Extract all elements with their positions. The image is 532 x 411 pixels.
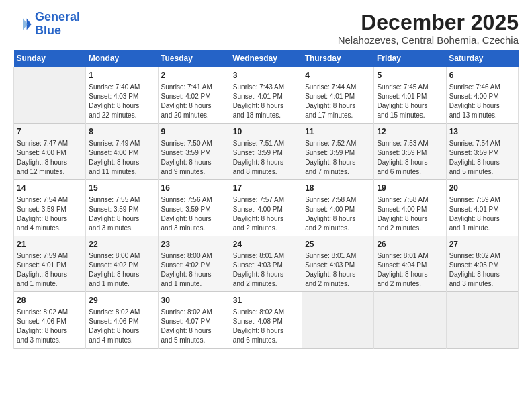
calendar-cell: 14Sunrise: 7:54 AM Sunset: 3:59 PM Dayli… bbox=[14, 179, 86, 236]
day-info: Sunrise: 7:54 AM Sunset: 3:59 PM Dayligh… bbox=[449, 139, 515, 177]
calendar-cell: 15Sunrise: 7:55 AM Sunset: 3:59 PM Dayli… bbox=[86, 179, 158, 236]
logo-text: General Blue bbox=[35, 11, 80, 38]
header-thursday: Thursday bbox=[302, 50, 374, 67]
day-info: Sunrise: 8:00 AM Sunset: 4:02 PM Dayligh… bbox=[89, 251, 154, 289]
day-number: 17 bbox=[233, 183, 299, 194]
day-info: Sunrise: 8:02 AM Sunset: 4:07 PM Dayligh… bbox=[161, 308, 227, 345]
day-number: 6 bbox=[449, 70, 515, 81]
calendar-cell: 31Sunrise: 8:02 AM Sunset: 4:08 PM Dayli… bbox=[230, 292, 302, 349]
calendar-cell: 26Sunrise: 8:01 AM Sunset: 4:04 PM Dayli… bbox=[374, 236, 446, 292]
day-number: 10 bbox=[233, 126, 299, 138]
day-info: Sunrise: 7:58 AM Sunset: 4:00 PM Dayligh… bbox=[377, 195, 443, 233]
day-number: 9 bbox=[161, 126, 227, 138]
calendar-cell: 23Sunrise: 8:00 AM Sunset: 4:02 PM Dayli… bbox=[158, 236, 230, 292]
day-info: Sunrise: 8:02 AM Sunset: 4:06 PM Dayligh… bbox=[89, 308, 154, 345]
title-block: December 2025 Nelahozeves, Central Bohem… bbox=[338, 11, 519, 46]
day-number: 4 bbox=[305, 70, 371, 81]
calendar-cell: 11Sunrise: 7:52 AM Sunset: 3:59 PM Dayli… bbox=[302, 123, 374, 179]
calendar-cell: 20Sunrise: 7:59 AM Sunset: 4:01 PM Dayli… bbox=[446, 179, 518, 236]
day-number: 21 bbox=[17, 239, 83, 250]
day-info: Sunrise: 8:01 AM Sunset: 4:03 PM Dayligh… bbox=[305, 251, 371, 289]
logo-line2: Blue bbox=[35, 24, 61, 37]
day-number: 26 bbox=[377, 239, 443, 250]
day-info: Sunrise: 7:50 AM Sunset: 3:59 PM Dayligh… bbox=[161, 139, 227, 177]
day-number: 18 bbox=[305, 183, 371, 194]
day-number: 22 bbox=[89, 239, 154, 250]
header-tuesday: Tuesday bbox=[158, 50, 230, 67]
day-info: Sunrise: 7:54 AM Sunset: 3:59 PM Dayligh… bbox=[17, 195, 83, 233]
day-info: Sunrise: 7:44 AM Sunset: 4:01 PM Dayligh… bbox=[305, 83, 371, 120]
day-info: Sunrise: 7:57 AM Sunset: 4:00 PM Dayligh… bbox=[233, 195, 299, 233]
calendar-cell bbox=[302, 292, 374, 349]
day-info: Sunrise: 7:52 AM Sunset: 3:59 PM Dayligh… bbox=[305, 139, 371, 177]
day-number: 28 bbox=[17, 295, 83, 306]
logo-icon bbox=[13, 15, 32, 34]
calendar-cell: 25Sunrise: 8:01 AM Sunset: 4:03 PM Dayli… bbox=[302, 236, 374, 292]
day-info: Sunrise: 8:02 AM Sunset: 4:08 PM Dayligh… bbox=[233, 308, 299, 345]
calendar-cell: 30Sunrise: 8:02 AM Sunset: 4:07 PM Dayli… bbox=[158, 292, 230, 349]
calendar-cell bbox=[374, 292, 446, 349]
calendar-cell: 16Sunrise: 7:56 AM Sunset: 3:59 PM Dayli… bbox=[158, 179, 230, 236]
day-info: Sunrise: 7:59 AM Sunset: 4:01 PM Dayligh… bbox=[449, 195, 515, 233]
calendar-cell: 4Sunrise: 7:44 AM Sunset: 4:01 PM Daylig… bbox=[302, 67, 374, 123]
header-wednesday: Wednesday bbox=[230, 50, 302, 67]
calendar-header-row: SundayMondayTuesdayWednesdayThursdayFrid… bbox=[14, 50, 519, 67]
day-number: 19 bbox=[377, 183, 443, 194]
calendar-cell: 24Sunrise: 8:01 AM Sunset: 4:03 PM Dayli… bbox=[230, 236, 302, 292]
day-number: 8 bbox=[89, 126, 154, 138]
day-number: 3 bbox=[233, 70, 299, 81]
calendar-cell: 10Sunrise: 7:51 AM Sunset: 3:59 PM Dayli… bbox=[230, 123, 302, 179]
calendar-cell: 28Sunrise: 8:02 AM Sunset: 4:06 PM Dayli… bbox=[14, 292, 86, 349]
page-header: General Blue December 2025 Nelahozeves, … bbox=[13, 11, 519, 46]
header-friday: Friday bbox=[374, 50, 446, 67]
calendar-cell: 22Sunrise: 8:00 AM Sunset: 4:02 PM Dayli… bbox=[86, 236, 158, 292]
logo: General Blue bbox=[13, 11, 80, 38]
day-info: Sunrise: 7:45 AM Sunset: 4:01 PM Dayligh… bbox=[377, 83, 443, 120]
logo-line1: General bbox=[35, 10, 80, 24]
day-number: 31 bbox=[233, 295, 299, 306]
day-number: 24 bbox=[233, 239, 299, 250]
day-info: Sunrise: 7:53 AM Sunset: 3:59 PM Dayligh… bbox=[377, 139, 443, 177]
day-number: 16 bbox=[161, 183, 227, 194]
day-number: 15 bbox=[89, 183, 154, 194]
calendar-cell: 27Sunrise: 8:02 AM Sunset: 4:05 PM Dayli… bbox=[446, 236, 518, 292]
calendar-cell: 13Sunrise: 7:54 AM Sunset: 3:59 PM Dayli… bbox=[446, 123, 518, 179]
page-subtitle: Nelahozeves, Central Bohemia, Czechia bbox=[338, 34, 519, 46]
calendar-cell: 5Sunrise: 7:45 AM Sunset: 4:01 PM Daylig… bbox=[374, 67, 446, 123]
day-number: 23 bbox=[161, 239, 227, 250]
day-info: Sunrise: 8:02 AM Sunset: 4:06 PM Dayligh… bbox=[17, 308, 83, 345]
day-info: Sunrise: 8:02 AM Sunset: 4:05 PM Dayligh… bbox=[449, 251, 515, 289]
calendar-cell: 8Sunrise: 7:49 AM Sunset: 4:00 PM Daylig… bbox=[86, 123, 158, 179]
day-number: 12 bbox=[377, 126, 443, 138]
day-info: Sunrise: 8:00 AM Sunset: 4:02 PM Dayligh… bbox=[161, 251, 227, 289]
calendar-week-row: 7Sunrise: 7:47 AM Sunset: 4:00 PM Daylig… bbox=[14, 123, 519, 179]
day-number: 7 bbox=[17, 126, 83, 138]
day-info: Sunrise: 7:40 AM Sunset: 4:03 PM Dayligh… bbox=[89, 83, 154, 120]
day-number: 25 bbox=[305, 239, 371, 250]
calendar-cell: 2Sunrise: 7:41 AM Sunset: 4:02 PM Daylig… bbox=[158, 67, 230, 123]
day-number: 29 bbox=[89, 295, 154, 306]
day-number: 2 bbox=[161, 70, 227, 81]
header-saturday: Saturday bbox=[446, 50, 518, 67]
day-info: Sunrise: 7:58 AM Sunset: 4:00 PM Dayligh… bbox=[305, 195, 371, 233]
calendar-week-row: 28Sunrise: 8:02 AM Sunset: 4:06 PM Dayli… bbox=[14, 292, 519, 349]
calendar-cell: 18Sunrise: 7:58 AM Sunset: 4:00 PM Dayli… bbox=[302, 179, 374, 236]
calendar-week-row: 1Sunrise: 7:40 AM Sunset: 4:03 PM Daylig… bbox=[14, 67, 519, 123]
calendar-cell bbox=[446, 292, 518, 349]
day-info: Sunrise: 7:41 AM Sunset: 4:02 PM Dayligh… bbox=[161, 83, 227, 120]
day-info: Sunrise: 7:47 AM Sunset: 4:00 PM Dayligh… bbox=[17, 139, 83, 177]
calendar-cell: 21Sunrise: 7:59 AM Sunset: 4:01 PM Dayli… bbox=[14, 236, 86, 292]
day-number: 20 bbox=[449, 183, 515, 194]
day-info: Sunrise: 7:43 AM Sunset: 4:01 PM Dayligh… bbox=[233, 83, 299, 120]
day-info: Sunrise: 7:51 AM Sunset: 3:59 PM Dayligh… bbox=[233, 139, 299, 177]
calendar-cell: 17Sunrise: 7:57 AM Sunset: 4:00 PM Dayli… bbox=[230, 179, 302, 236]
header-monday: Monday bbox=[86, 50, 158, 67]
day-number: 1 bbox=[89, 70, 154, 81]
calendar-cell: 12Sunrise: 7:53 AM Sunset: 3:59 PM Dayli… bbox=[374, 123, 446, 179]
calendar-cell: 19Sunrise: 7:58 AM Sunset: 4:00 PM Dayli… bbox=[374, 179, 446, 236]
header-sunday: Sunday bbox=[14, 50, 86, 67]
day-info: Sunrise: 7:46 AM Sunset: 4:00 PM Dayligh… bbox=[449, 83, 515, 120]
day-info: Sunrise: 7:59 AM Sunset: 4:01 PM Dayligh… bbox=[17, 251, 83, 289]
day-number: 30 bbox=[161, 295, 227, 306]
day-info: Sunrise: 8:01 AM Sunset: 4:03 PM Dayligh… bbox=[233, 251, 299, 289]
